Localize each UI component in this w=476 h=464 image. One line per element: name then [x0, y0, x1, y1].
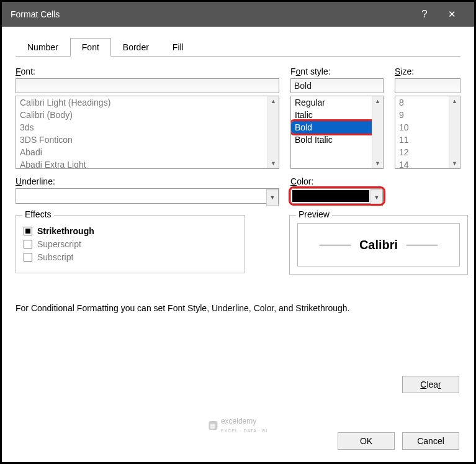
superscript-checkbox[interactable]: Superscript: [24, 239, 237, 249]
list-item[interactable]: Abadi Extra Light: [16, 158, 279, 169]
subscript-checkbox[interactable]: Subscript: [24, 252, 237, 262]
underline-value: [16, 189, 266, 203]
strikethrough-checkbox[interactable]: Strikethrough: [24, 226, 237, 236]
size-label: Size:: [395, 66, 460, 76]
list-item[interactable]: Calibri Light (Headings): [16, 96, 279, 109]
chevron-down-icon[interactable]: ▼: [452, 158, 457, 168]
preview-line: [406, 245, 438, 245]
chevron-up-icon[interactable]: ▲: [375, 96, 380, 106]
size-listbox[interactable]: 8 9 10 11 12 14 ▲ ▼: [395, 96, 460, 169]
color-combo[interactable]: ▼: [290, 188, 384, 204]
chevron-up-icon[interactable]: ▲: [452, 96, 457, 106]
list-item[interactable]: Regular: [291, 96, 383, 109]
color-swatch: [292, 190, 369, 202]
tab-border[interactable]: Border: [111, 38, 161, 57]
underline-combo[interactable]: ▼: [16, 188, 279, 204]
tab-fill[interactable]: Fill: [161, 38, 195, 57]
preview-fieldset: Preview Calibri: [289, 215, 468, 275]
preview-legend: Preview: [296, 209, 332, 219]
strikethrough-label: Strikethrough: [37, 226, 94, 236]
size-input[interactable]: [395, 78, 460, 93]
preview-line: [320, 245, 351, 245]
tab-strip: Number Font Border Fill: [16, 38, 460, 57]
note-text: For Conditional Formatting you can set F…: [16, 303, 460, 313]
list-item[interactable]: Abadi: [16, 146, 279, 158]
scrollbar[interactable]: ▲ ▼: [449, 96, 460, 168]
watermark: ▦ exceldemy EXCEL · DATA · BI: [209, 417, 267, 434]
font-input[interactable]: [16, 78, 279, 93]
list-item[interactable]: Bold Italic: [291, 134, 383, 146]
help-icon[interactable]: ?: [411, 8, 438, 20]
scrollbar[interactable]: ▲ ▼: [267, 96, 279, 168]
list-item[interactable]: 3ds: [16, 121, 279, 134]
list-item[interactable]: Italic: [291, 109, 383, 121]
chevron-down-icon[interactable]: ▼: [375, 158, 380, 168]
chevron-up-icon[interactable]: ▲: [271, 96, 276, 106]
list-item-selected[interactable]: Bold: [291, 121, 383, 134]
close-icon[interactable]: ✕: [438, 9, 465, 20]
color-label: Color:: [290, 176, 384, 186]
fontstyle-listbox[interactable]: Regular Italic Bold Bold Italic ▲ ▼: [290, 96, 384, 169]
watermark-text: exceldemy: [221, 417, 256, 425]
watermark-tagline: EXCEL · DATA · BI: [221, 429, 267, 433]
preview-box: Calibri: [297, 223, 460, 266]
fontstyle-input[interactable]: [290, 78, 384, 93]
font-label: Font:: [16, 66, 279, 76]
chevron-down-icon[interactable]: ▼: [266, 189, 279, 206]
preview-text: Calibri: [359, 238, 398, 252]
font-listbox[interactable]: Calibri Light (Headings) Calibri (Body) …: [16, 96, 279, 169]
subscript-label: Subscript: [37, 252, 73, 262]
ok-button[interactable]: OK: [338, 432, 395, 450]
cancel-button[interactable]: Cancel: [402, 432, 459, 450]
checkbox-icon[interactable]: [24, 240, 32, 248]
superscript-label: Superscript: [37, 239, 81, 249]
chevron-down-icon[interactable]: ▼: [370, 189, 383, 206]
list-item[interactable]: Calibri (Body): [16, 109, 279, 121]
effects-fieldset: Effects Strikethrough Superscript Subscr…: [16, 215, 245, 273]
tab-font[interactable]: Font: [70, 38, 111, 57]
chevron-down-icon[interactable]: ▼: [271, 158, 276, 168]
list-item[interactable]: 3DS Fonticon: [16, 134, 279, 146]
window-title: Format Cells: [11, 9, 411, 19]
title-bar: Format Cells ? ✕: [2, 2, 474, 27]
fontstyle-label: Font style:: [290, 66, 384, 76]
scrollbar[interactable]: ▲ ▼: [372, 96, 383, 168]
effects-legend: Effects: [22, 209, 54, 219]
clear-button[interactable]: Clear: [402, 376, 459, 393]
underline-label: Underline:: [16, 176, 279, 186]
checkbox-icon[interactable]: [24, 227, 32, 235]
checkbox-icon[interactable]: [24, 253, 32, 262]
tab-number[interactable]: Number: [16, 38, 70, 57]
logo-icon: ▦: [209, 421, 217, 430]
